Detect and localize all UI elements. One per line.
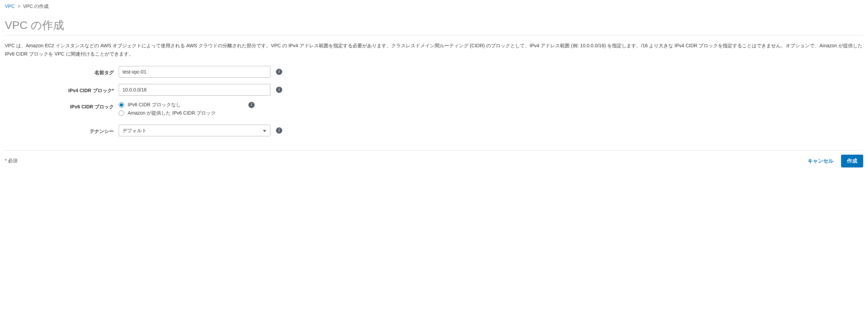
name-tag-label: 名前タグ: [5, 68, 119, 76]
form-row-ipv4-cidr: IPv4 CIDR ブロック* i: [5, 84, 863, 96]
ipv6-option-none[interactable]: IPv6 CIDR ブロックなし: [119, 102, 243, 108]
ipv6-radio-none[interactable]: [119, 102, 124, 108]
ipv4-cidr-input[interactable]: [119, 84, 270, 96]
ipv6-option-amazon-label: Amazon が提供した IPv6 CIDR ブロック: [128, 110, 216, 116]
form-row-tenancy: テナンシー デフォルト i: [5, 125, 863, 136]
ipv6-radio-amazon[interactable]: [119, 110, 124, 116]
ipv4-cidr-label: IPv4 CIDR ブロック*: [5, 86, 119, 94]
create-button[interactable]: 作成: [841, 155, 863, 167]
ipv6-cidr-radio-group: IPv6 CIDR ブロックなし Amazon が提供した IPv6 CIDR …: [119, 102, 243, 118]
form-row-ipv6-cidr: IPv6 CIDR ブロック IPv6 CIDR ブロックなし Amazon が…: [5, 102, 863, 118]
info-icon[interactable]: i: [276, 127, 282, 134]
info-icon[interactable]: i: [276, 69, 282, 75]
breadcrumb-separator: >: [18, 3, 20, 9]
breadcrumb: VPC > VPC の作成: [5, 3, 863, 10]
info-icon[interactable]: i: [276, 87, 282, 93]
footer-bar: * 必須 キャンセル 作成: [5, 150, 863, 167]
tenancy-select[interactable]: デフォルト: [119, 125, 270, 136]
tenancy-label: テナンシー: [5, 126, 119, 135]
ipv6-option-amazon[interactable]: Amazon が提供した IPv6 CIDR ブロック: [119, 110, 243, 116]
page-title: VPC の作成: [5, 18, 863, 36]
required-note: * 必須: [5, 158, 18, 164]
footer-actions: キャンセル 作成: [806, 155, 863, 167]
name-tag-input[interactable]: [119, 66, 270, 78]
page-description: VPC は、Amazon EC2 インスタンスなどの AWS オブジェクトによっ…: [5, 42, 863, 58]
ipv6-cidr-label: IPv6 CIDR ブロック: [5, 102, 119, 110]
form-row-name-tag: 名前タグ i: [5, 66, 863, 78]
info-icon[interactable]: i: [248, 102, 255, 108]
breadcrumb-current: VPC の作成: [23, 3, 49, 9]
breadcrumb-root-link[interactable]: VPC: [5, 3, 15, 9]
tenancy-select-wrap: デフォルト: [119, 125, 270, 136]
cancel-button[interactable]: キャンセル: [806, 156, 835, 166]
ipv6-option-none-label: IPv6 CIDR ブロックなし: [128, 102, 181, 108]
